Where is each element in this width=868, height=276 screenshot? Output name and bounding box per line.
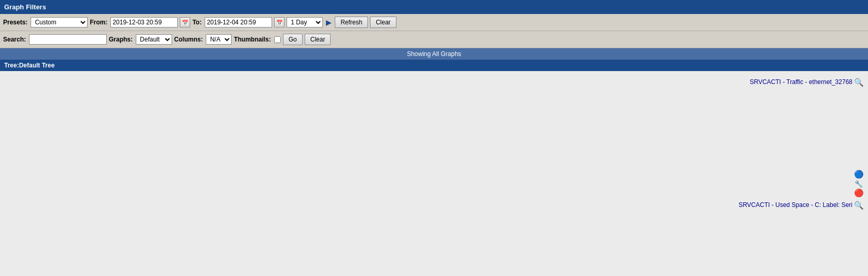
wrench-icon-1[interactable]: 🔧 <box>855 180 863 188</box>
showing-bar: Showing All Graphs <box>0 48 868 60</box>
thumbnails-label: Thumbnails: <box>234 36 271 43</box>
thumbnails-checkbox[interactable] <box>274 36 281 43</box>
graph-icons-1: 🔵 🔧 🔴 <box>855 170 863 197</box>
refresh-button[interactable]: Refresh <box>335 17 368 28</box>
graph-title-1[interactable]: SRVCACTI - Traffic - ethernet_32768 <box>750 78 852 86</box>
main-content: SRVCACTI - Traffic - ethernet_32768 🔍 🔵 … <box>0 71 868 276</box>
to-label: To: <box>192 19 202 26</box>
to-calendar-button[interactable]: 📅 <box>274 17 284 27</box>
title-bar: Graph Filters <box>0 0 868 14</box>
graph-section-1: SRVCACTI - Traffic - ethernet_32768 🔍 🔵 … <box>0 76 868 199</box>
info-icon-1[interactable]: 🔵 <box>855 170 863 178</box>
tree-header: Tree:Default Tree <box>0 60 868 71</box>
columns-select[interactable]: N/A <box>206 34 232 45</box>
graph-image-placeholder-2 <box>438 212 863 276</box>
graph-title-2[interactable]: SRVCACTI - Used Space - C: Label: Seri <box>738 201 852 209</box>
presets-select[interactable]: Custom <box>31 17 88 27</box>
presets-label: Presets: <box>3 19 27 26</box>
graph-title-row-1: SRVCACTI - Traffic - ethernet_32768 🔍 <box>750 78 863 87</box>
graphs-label: Graphs: <box>109 36 133 43</box>
graph-right-2: SRVCACTI - Used Space - C: Label: Seri 🔍… <box>438 201 863 276</box>
graph-block-2: SRVCACTI - Used Space - C: Label: Seri 🔍… <box>0 201 868 276</box>
graph-title-row-2: SRVCACTI - Used Space - C: Label: Seri 🔍 <box>738 201 863 210</box>
filter-row-1: Presets: Custom From: 📅 To: 📅 1 Day ▶ Re… <box>0 14 868 31</box>
tree-header-text: Tree:Default Tree <box>4 62 54 69</box>
title-text: Graph Filters <box>4 3 46 11</box>
graphs-select[interactable]: Default <box>136 34 172 45</box>
from-input[interactable] <box>110 17 178 27</box>
from-label: From: <box>90 19 107 26</box>
graph-right-1: SRVCACTI - Traffic - ethernet_32768 🔍 🔵 … <box>438 78 863 197</box>
clear-button-2[interactable]: Clear <box>305 34 331 45</box>
showing-text: Showing All Graphs <box>407 50 461 58</box>
zoom-in-icon-1[interactable]: 🔍 <box>855 78 863 87</box>
duration-select[interactable]: 1 Day <box>287 17 323 27</box>
duration-arrow-button[interactable]: ▶ <box>325 18 333 26</box>
from-calendar-button[interactable]: 📅 <box>180 17 190 27</box>
graph-block-1: SRVCACTI - Traffic - ethernet_32768 🔍 🔵 … <box>0 78 868 197</box>
to-input[interactable] <box>205 17 272 27</box>
graph-image-placeholder-1 <box>438 89 863 169</box>
go-button[interactable]: Go <box>283 34 303 45</box>
up-icon-1[interactable]: 🔴 <box>855 189 863 197</box>
filter-row-2: Search: Graphs: Default Columns: N/A Thu… <box>0 31 868 48</box>
clear-button-1[interactable]: Clear <box>370 17 396 28</box>
filter-section: Presets: Custom From: 📅 To: 📅 1 Day ▶ Re… <box>0 14 868 48</box>
graph-section-2: SRVCACTI - Used Space - C: Label: Seri 🔍… <box>0 199 868 276</box>
search-label: Search: <box>3 36 26 43</box>
search-input[interactable] <box>29 34 107 45</box>
columns-label: Columns: <box>174 36 203 43</box>
zoom-in-icon-2[interactable]: 🔍 <box>855 201 863 210</box>
